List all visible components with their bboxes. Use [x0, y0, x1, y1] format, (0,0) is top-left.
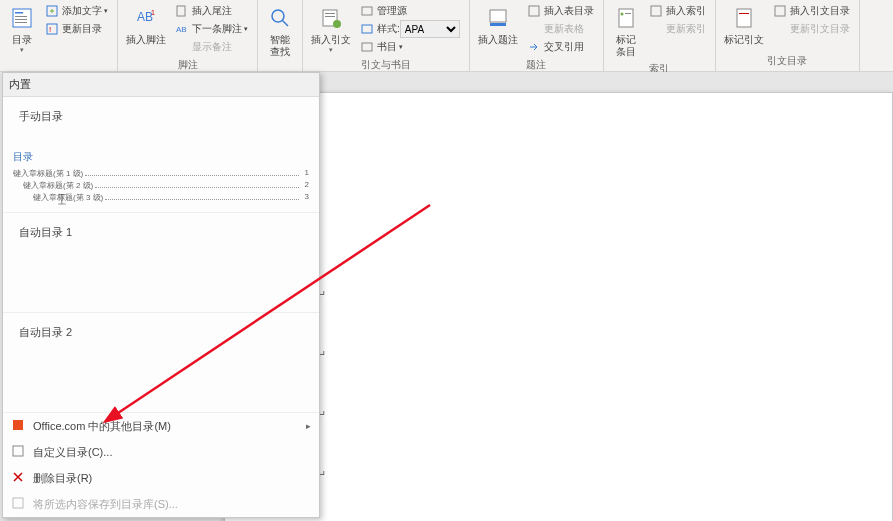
- next-footnote-button[interactable]: AB 下一条脚注 ▾: [172, 20, 251, 38]
- auto1-title: 自动目录 1: [13, 221, 309, 244]
- svg-rect-26: [625, 13, 631, 14]
- svg-rect-31: [13, 420, 23, 430]
- menu-save-toc[interactable]: 将所选内容保存到目录库(S)...: [3, 491, 319, 517]
- insert-authorities-button[interactable]: 插入引文目录: [770, 2, 853, 20]
- svg-rect-32: [13, 446, 23, 456]
- next-footnote-icon: AB: [175, 22, 189, 36]
- insert-auth-icon: [773, 4, 787, 18]
- svg-rect-19: [362, 25, 372, 33]
- svg-rect-24: [619, 9, 633, 27]
- footnote-icon: AB1: [132, 4, 160, 32]
- svg-rect-3: [15, 19, 27, 20]
- svg-rect-15: [325, 13, 335, 14]
- chevron-right-icon: ▸: [306, 421, 311, 431]
- svg-rect-23: [529, 6, 539, 16]
- insert-footnote-label: 插入脚注: [126, 34, 166, 46]
- mark-entry-icon: [612, 4, 640, 32]
- svg-rect-1: [15, 12, 23, 14]
- editor-area: 演示 · · ↵ · ↵ · ↵ · ↵ · ↵: [224, 72, 893, 521]
- update-toc-icon: !: [45, 22, 59, 36]
- endnote-icon: [175, 4, 189, 18]
- insert-index-button[interactable]: 插入索引: [646, 2, 709, 20]
- svg-rect-29: [739, 13, 749, 14]
- smart-lookup-button[interactable]: 智能 查找: [262, 2, 298, 60]
- svg-rect-21: [490, 10, 506, 22]
- svg-text:AB: AB: [176, 25, 187, 34]
- smart-lookup-label: 智能 查找: [270, 34, 290, 58]
- svg-point-17: [333, 20, 341, 28]
- update-toc-button[interactable]: ! 更新目录: [42, 20, 111, 38]
- update-authorities-button: 更新引文目录: [770, 20, 853, 38]
- bibliography-button[interactable]: 书目 ▾: [357, 38, 463, 56]
- add-text-button[interactable]: 添加文字 ▾: [42, 2, 111, 20]
- text-cursor-icon: ⌶: [58, 191, 66, 206]
- manual-toc-title: 手动目录: [13, 105, 309, 128]
- citation-style-select[interactable]: APA: [400, 20, 460, 38]
- ribbon: 目录 ▾ 添加文字 ▾ ! 更新目录 AB1 插入脚注: [0, 0, 893, 72]
- save-toc-icon: [11, 496, 27, 512]
- svg-rect-20: [362, 43, 372, 51]
- chevron-down-icon: ▾: [329, 46, 333, 54]
- svg-rect-18: [362, 7, 372, 15]
- add-text-icon: [45, 4, 59, 18]
- citation-style-row: 样式: APA: [357, 20, 463, 38]
- svg-rect-16: [325, 16, 335, 17]
- svg-rect-0: [13, 9, 31, 27]
- custom-toc-icon: [11, 444, 27, 460]
- update-index-button: 更新索引: [646, 20, 709, 38]
- group-captions: 插入题注 插入表目录 更新表格 交叉引用 题注: [470, 0, 604, 71]
- dropdown-builtin-header: 内置: [3, 73, 319, 97]
- insert-endnote-button[interactable]: 插入尾注: [172, 2, 251, 20]
- manage-icon: [360, 4, 374, 18]
- group-authorities: 标记引文 插入引文目录 更新引文目录 引文目录: [716, 0, 860, 71]
- insert-footnote-button[interactable]: AB1 插入脚注: [122, 2, 170, 48]
- group-authorities-label: 引文目录: [720, 52, 855, 71]
- insert-fig-table-button[interactable]: 插入表目录: [524, 2, 597, 20]
- group-research: 智能 查找: [258, 0, 303, 71]
- svg-rect-10: [177, 6, 185, 16]
- show-notes-button: 显示备注: [172, 38, 251, 56]
- auto2-title: 自动目录 2: [13, 321, 309, 344]
- mark-citation-label: 标记引文: [724, 34, 764, 46]
- mark-entry-button[interactable]: 标记 条目: [608, 2, 644, 60]
- mark-entry-label: 标记 条目: [616, 34, 636, 58]
- svg-rect-33: [13, 498, 23, 508]
- toc-dropdown: 内置 手动目录 目录 ⌶ 键入章标题(第 1 级)1 键入章标题(第 2 级)2…: [2, 72, 320, 518]
- biblio-icon: [360, 40, 374, 54]
- caption-icon: [484, 4, 512, 32]
- preview-line: 键入章标题(第 1 级)1: [13, 168, 309, 179]
- gallery-auto-toc-2[interactable]: 自动目录 2: [3, 313, 319, 413]
- svg-rect-27: [651, 6, 661, 16]
- group-index: 标记 条目 插入索引 更新索引 索引: [604, 0, 716, 71]
- svg-point-25: [620, 13, 623, 16]
- insert-index-icon: [649, 4, 663, 18]
- gallery-manual-toc[interactable]: 手动目录 目录 ⌶ 键入章标题(第 1 级)1 键入章标题(第 2 级)2 键入…: [3, 97, 319, 213]
- insert-caption-button[interactable]: 插入题注: [474, 2, 522, 48]
- search-icon: [266, 4, 294, 32]
- menu-custom-toc[interactable]: 自定义目录(C)...: [3, 439, 319, 465]
- fig-table-icon: [527, 4, 541, 18]
- preview-line: 键入章标题(第 2 级)2: [13, 180, 309, 191]
- svg-text:!: !: [49, 25, 51, 34]
- insert-citation-button[interactable]: 插入引文 ▾: [307, 2, 355, 56]
- cross-ref-button[interactable]: 交叉引用: [524, 38, 597, 56]
- manual-preview: 目录 ⌶ 键入章标题(第 1 级)1 键入章标题(第 2 级)2 键入章标题(第…: [13, 134, 309, 203]
- insert-citation-label: 插入引文: [311, 34, 351, 46]
- mark-citation-button[interactable]: 标记引文: [720, 2, 768, 48]
- group-footnote: AB1 插入脚注 插入尾注 AB 下一条脚注 ▾ 显示备注 脚注: [118, 0, 258, 71]
- remove-toc-icon: [11, 470, 27, 486]
- menu-office-more[interactable]: Office.com 中的其他目录(M) ▸: [3, 413, 319, 439]
- group-toc: 目录 ▾ 添加文字 ▾ ! 更新目录: [0, 0, 118, 71]
- toc-label: 目录: [12, 34, 32, 46]
- svg-line-13: [282, 20, 288, 26]
- group-citations: 插入引文 ▾ 管理源 样式: APA 书目 ▾ 引: [303, 0, 470, 71]
- insert-caption-label: 插入题注: [478, 34, 518, 46]
- chevron-down-icon: ▾: [20, 46, 24, 54]
- menu-remove-toc[interactable]: 删除目录(R): [3, 465, 319, 491]
- toc-button[interactable]: 目录 ▾: [4, 2, 40, 56]
- gallery-auto-toc-1[interactable]: 自动目录 1: [3, 213, 319, 313]
- manage-sources-button[interactable]: 管理源: [357, 2, 463, 20]
- document-page[interactable]: 演示 · · ↵ · ↵ · ↵ · ↵ · ↵: [224, 92, 893, 521]
- show-notes-icon: [175, 40, 189, 54]
- office-icon: [11, 418, 27, 434]
